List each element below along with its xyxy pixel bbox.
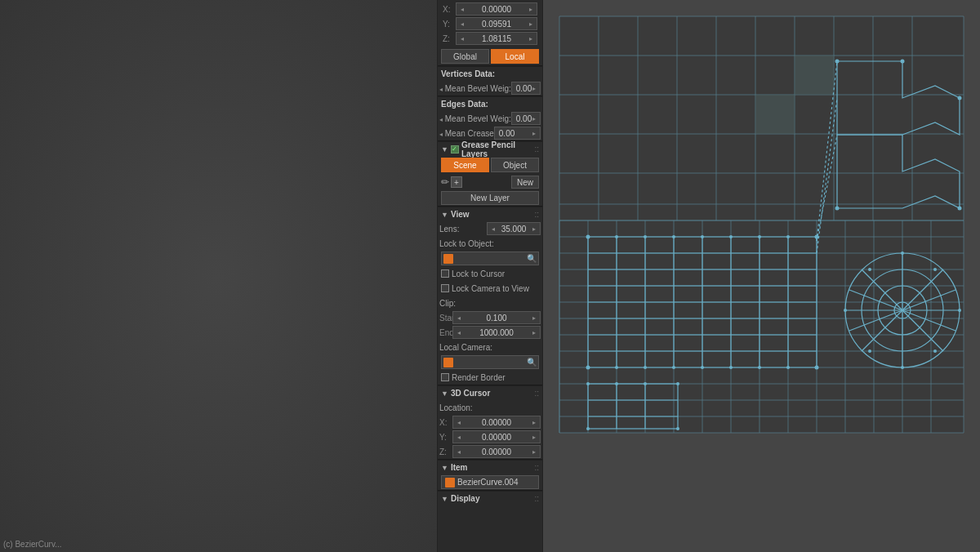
svg-point-121 xyxy=(672,366,675,369)
lock-to-object-row: Lock to Object: xyxy=(438,236,542,251)
svg-point-117 xyxy=(758,235,761,238)
local-camera-field[interactable]: 🔍 xyxy=(441,355,539,369)
item-name-field[interactable]: BezierCurve.004 xyxy=(441,475,539,489)
cursor-z-value: 0.00000 xyxy=(482,447,511,456)
cursor-y-value: 0.00000 xyxy=(482,433,511,442)
item-icon xyxy=(445,478,455,487)
x-field-row: X: ◂ 0.00000 ▸ xyxy=(441,2,539,16)
local-camera-row: Local Camera: xyxy=(438,340,542,354)
svg-point-143 xyxy=(868,268,871,271)
clip-start-value: 0.100 xyxy=(486,314,506,323)
x-input[interactable]: ◂ 0.00000 ▸ xyxy=(456,2,537,16)
edges-mean-bevel-row: ◂ Mean Bevel Weig: 0.00 ▸ xyxy=(438,111,542,126)
cursor-3d-label: 3D Cursor xyxy=(451,389,535,398)
svg-point-116 xyxy=(729,235,733,238)
item-label: Item xyxy=(451,463,535,472)
local-camera-search-icon: 🔍 xyxy=(527,358,537,367)
z-field-row: Z: ◂ 1.08115 ▸ xyxy=(441,31,539,46)
render-border-row: Render Border xyxy=(438,370,542,385)
render-border-label: Render Border xyxy=(452,373,539,382)
svg-point-142 xyxy=(933,349,937,353)
svg-point-119 xyxy=(615,366,618,369)
vertices-mean-bevel-input[interactable]: 0.00 ▸ xyxy=(511,82,541,95)
lock-camera-label: Lock Camera to View xyxy=(452,284,539,293)
gp-plus-btn[interactable]: + xyxy=(451,176,462,188)
svg-point-128 xyxy=(644,382,647,385)
clip-end-input[interactable]: ◂ 1000.000 ▸ xyxy=(452,326,541,339)
edges-data-header: Edges Data: xyxy=(438,96,542,111)
svg-point-130 xyxy=(586,427,590,430)
viewport-3d[interactable]: Y X Z (c) BezierCurv... xyxy=(0,0,437,552)
location-section: X: ◂ 0.00000 ▸ Y: ◂ 0.09591 ▸ Z: xyxy=(438,0,542,47)
svg-point-110 xyxy=(586,366,590,370)
y-right-arrow: ▸ xyxy=(529,20,532,28)
gp-new-btn[interactable]: New xyxy=(511,176,539,189)
clip-start-input[interactable]: ◂ 0.100 ▸ xyxy=(452,311,541,324)
cursor-y-input[interactable]: ◂ 0.00000 ▸ xyxy=(452,430,541,443)
cursor-location-label: Location: xyxy=(439,403,541,412)
clip-start-row: Start: ◂ 0.100 ▸ xyxy=(438,310,542,325)
svg-point-136 xyxy=(835,207,840,211)
y-left-arrow: ◂ xyxy=(461,20,464,28)
gp-check-icon: ✓ xyxy=(452,145,457,153)
svg-point-125 xyxy=(786,366,790,369)
y-field-row: Y: ◂ 0.09591 ▸ xyxy=(441,16,539,31)
scene-tab[interactable]: Scene xyxy=(441,158,489,172)
item-triangle: ▼ xyxy=(441,464,448,472)
cursor-y-label: Y: xyxy=(439,433,452,442)
svg-point-120 xyxy=(644,366,647,369)
svg-point-129 xyxy=(676,382,679,385)
pencil-icon: ✏ xyxy=(441,176,449,188)
clip-label: Clip: xyxy=(439,299,541,308)
lock-camera-checkbox[interactable] xyxy=(441,284,449,292)
view-label: View xyxy=(451,210,535,219)
svg-point-124 xyxy=(758,366,761,369)
edges-mean-bevel-input[interactable]: 0.00 ▸ xyxy=(511,112,541,125)
y-input[interactable]: ◂ 0.09591 ▸ xyxy=(456,17,537,30)
z-value: 1.08115 xyxy=(482,34,511,43)
z-left-arrow: ◂ xyxy=(461,35,464,42)
svg-point-134 xyxy=(958,96,962,100)
cursor-location-row: Location: xyxy=(438,400,542,415)
item-header: ▼ Item :: xyxy=(438,460,542,474)
svg-point-133 xyxy=(901,60,905,64)
new-layer-btn[interactable]: New Layer xyxy=(441,191,539,205)
item-dots: :: xyxy=(534,463,539,472)
mean-crease-input[interactable]: 0.00 ▸ xyxy=(494,127,541,140)
z-input[interactable]: ◂ 1.08115 ▸ xyxy=(456,32,537,45)
local-tab[interactable]: Local xyxy=(491,49,539,64)
lock-object-icon xyxy=(443,254,453,264)
view-dots: :: xyxy=(534,210,539,219)
cursor-x-label: X: xyxy=(439,418,452,427)
clip-end-row: End: ◂ 1000.000 ▸ xyxy=(438,325,542,340)
svg-point-132 xyxy=(835,60,840,64)
edges-data-label: Edges Data: xyxy=(441,100,539,109)
gp-pencil-row: ✏ + New xyxy=(438,174,542,190)
lock-to-object-field[interactable]: 🔍 xyxy=(441,252,539,265)
properties-panel: X: ◂ 0.00000 ▸ Y: ◂ 0.09591 ▸ Z: xyxy=(437,0,543,552)
z-right-arrow: ▸ xyxy=(529,35,532,42)
svg-point-144 xyxy=(868,349,871,353)
edges-mean-bevel-value: 0.00 xyxy=(516,114,532,123)
lens-input[interactable]: ◂ 35.000 ▸ xyxy=(487,222,541,235)
cursor-z-input[interactable]: ◂ 0.00000 ▸ xyxy=(452,445,541,458)
cursor-z-row: Z: ◂ 0.00000 ▸ xyxy=(438,444,542,459)
gp-checkbox[interactable]: ✓ xyxy=(451,145,459,154)
object-tab[interactable]: Object xyxy=(491,158,539,172)
vertices-mean-bevel-label: ◂ Mean Bevel Weig: xyxy=(439,84,511,93)
viewport-uv[interactable] xyxy=(543,0,980,552)
grease-pencil-label: Grease Pencil Layers xyxy=(461,140,535,158)
vertices-data-header: Vertices Data: xyxy=(438,66,542,81)
lock-cursor-checkbox[interactable] xyxy=(441,269,449,278)
svg-point-123 xyxy=(729,366,733,369)
cursor-x-input[interactable]: ◂ 0.00000 ▸ xyxy=(452,416,541,429)
lens-label: Lens: xyxy=(439,225,487,234)
x-left-arrow: ◂ xyxy=(461,6,464,13)
cursor-3d-header: ▼ 3D Cursor :: xyxy=(438,385,542,400)
cursor-x-value: 0.00000 xyxy=(482,418,511,427)
viewport-background xyxy=(0,0,437,552)
lock-cursor-row: Lock to Cursor xyxy=(438,266,542,281)
render-border-checkbox[interactable] xyxy=(441,373,449,381)
global-tab[interactable]: Global xyxy=(441,49,489,64)
lock-cursor-label: Lock to Cursor xyxy=(452,269,539,278)
